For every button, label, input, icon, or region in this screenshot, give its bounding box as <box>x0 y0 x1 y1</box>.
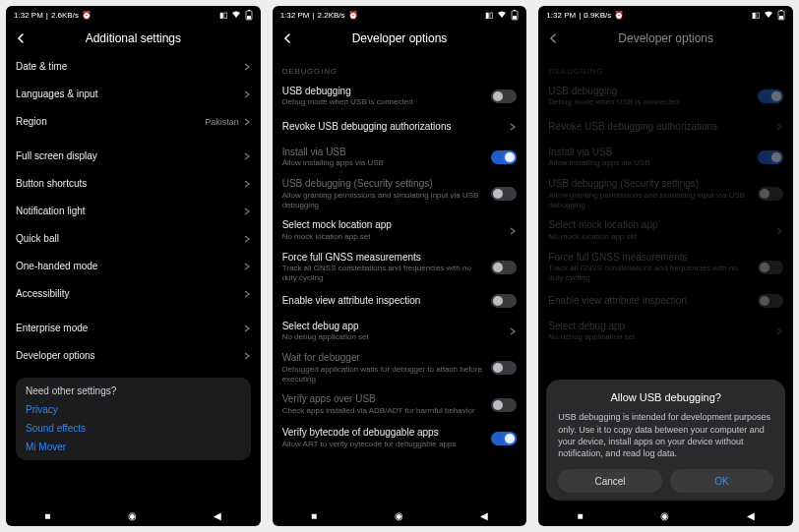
nav-back-icon[interactable]: ◀ <box>214 510 221 521</box>
label: Select debug app <box>548 321 769 333</box>
toggle-verify-bytecode[interactable] <box>491 432 517 445</box>
nav-back-icon[interactable]: ◀ <box>747 510 755 521</box>
toggle-usb-security[interactable] <box>491 187 517 201</box>
label: Select debug app <box>282 321 504 333</box>
back-button[interactable] <box>273 24 302 53</box>
signal-icon: ▮▯ <box>752 11 760 20</box>
row-date-time[interactable]: Date & time <box>16 53 251 81</box>
row-install-usb: Install via USB Allow installing apps vi… <box>548 141 783 174</box>
row-install-usb[interactable]: Install via USB Allow installing apps vi… <box>282 141 518 174</box>
label: Force full GNSS measurements <box>548 252 752 265</box>
chevron-right-icon <box>243 207 251 215</box>
row-region[interactable]: Region Pakistan <box>16 108 251 136</box>
status-time: 1:32 PM <box>14 11 43 20</box>
signal-icon: ▮▯ <box>219 11 227 20</box>
row-debug-app[interactable]: Select debug app No debug application se… <box>282 315 518 348</box>
chevron-right-icon <box>243 152 251 160</box>
nav-recents-icon[interactable]: ■ <box>311 510 317 521</box>
row-languages[interactable]: Languages & input <box>16 81 251 108</box>
back-button[interactable] <box>6 24 35 53</box>
nav-recents-icon[interactable]: ■ <box>578 510 584 521</box>
sublabel: Track all GNSS constellations and freque… <box>282 264 486 283</box>
toggle-install-usb[interactable] <box>491 150 517 164</box>
ok-button[interactable]: OK <box>670 469 773 493</box>
label: Quick ball <box>16 233 237 246</box>
label: Enterprise mode <box>16 323 237 335</box>
sublabel: Allow granting permissions and simulatin… <box>282 191 486 210</box>
nav-home-icon[interactable]: ◉ <box>660 510 669 521</box>
svg-rect-7 <box>779 16 783 20</box>
suggestion-sound[interactable]: Sound effects <box>26 419 241 438</box>
status-net: 0.9KB/s <box>584 11 611 20</box>
label: One-handed mode <box>16 261 237 273</box>
chevron-right-icon <box>243 352 251 360</box>
row-accessibility[interactable]: Accessibility <box>16 280 251 308</box>
row-developer-options[interactable]: Developer options <box>16 342 251 370</box>
row-revoke-auth[interactable]: Revoke USB debugging authorizations <box>282 113 518 141</box>
row-gnss[interactable]: Force full GNSS measurements Track all G… <box>282 248 518 288</box>
row-view-attr[interactable]: Enable view attribute inspection <box>282 287 518 315</box>
page-title: Developer options <box>538 31 793 45</box>
row-usb-security: USB debugging (Security settings) Allow … <box>548 174 783 214</box>
cancel-button[interactable]: Cancel <box>558 469 661 493</box>
label: Button shortcuts <box>16 178 237 191</box>
toggle-verify-usb <box>491 398 517 412</box>
svg-rect-2 <box>248 10 250 11</box>
row-quick-ball[interactable]: Quick ball <box>16 225 251 253</box>
label: Developer options <box>16 350 237 363</box>
row-verify-bytecode[interactable]: Verify bytecode of debuggable apps Allow… <box>282 422 518 455</box>
nav-recents-icon[interactable]: ■ <box>44 510 50 521</box>
chevron-right-icon <box>243 325 251 332</box>
signal-icon: ▮▯ <box>485 11 493 20</box>
status-bar: 1:32 PM | 0.9KB/s ⏰ ▮▯ <box>538 6 793 24</box>
toggle-gnss[interactable] <box>491 261 517 274</box>
suggestion-title: Need other settings? <box>26 385 241 396</box>
svg-rect-1 <box>247 16 251 20</box>
wifi-icon <box>231 11 241 19</box>
alarm-icon: ⏰ <box>82 11 92 20</box>
row-mock-location[interactable]: Select mock location app No mock locatio… <box>282 214 518 248</box>
nav-back-icon[interactable]: ◀ <box>480 510 488 521</box>
row-button-shortcuts[interactable]: Button shortcuts <box>16 170 251 198</box>
label: Revoke USB debugging authorizations <box>282 121 504 134</box>
row-usb-security[interactable]: USB debugging (Security settings) Allow … <box>282 174 518 214</box>
row-gnss: Force full GNSS measurements Track all G… <box>548 248 783 288</box>
sublabel: Allow installing apps via USB <box>282 158 486 168</box>
back-button <box>538 24 568 53</box>
row-usb-debugging[interactable]: USB debugging Debug mode when USB is con… <box>282 80 518 113</box>
label: Install via USB <box>548 147 752 159</box>
label: Languages & input <box>16 89 237 101</box>
alarm-icon: ⏰ <box>614 11 624 20</box>
nav-home-icon[interactable]: ◉ <box>128 510 137 521</box>
alarm-icon: ⏰ <box>348 11 358 20</box>
row-view-attr: Enable view attribute inspection <box>548 287 783 315</box>
sublabel: No mock location app set <box>282 232 504 242</box>
label: Notification light <box>16 206 237 218</box>
toggle-view-attr <box>758 294 783 308</box>
battery-icon <box>245 10 253 21</box>
sublabel: Allow ART to verify bytecode for debugga… <box>282 440 486 449</box>
toggle-view-attr[interactable] <box>491 294 517 308</box>
nav-home-icon[interactable]: ◉ <box>395 510 403 521</box>
row-notification-light[interactable]: Notification light <box>16 198 251 225</box>
row-fullscreen[interactable]: Full screen display <box>16 143 251 170</box>
status-time: 1:32 PM <box>280 11 310 20</box>
row-enterprise[interactable]: Enterprise mode <box>16 315 251 342</box>
chevron-right-icon <box>243 235 251 243</box>
status-bar: 1:32 PM | 2.6KB/s ⏰ ▮▯ <box>6 6 261 24</box>
row-verify-usb: Verify apps over USB Check apps installe… <box>282 388 518 422</box>
header: Developer options <box>538 24 793 53</box>
nav-bar: ■ ◉ ◀ <box>273 504 527 526</box>
label: Wait for debugger <box>282 352 486 365</box>
label: USB debugging (Security settings) <box>282 178 486 191</box>
row-usb-debugging: USB debugging Debug mode when USB is con… <box>548 80 783 113</box>
toggle-usb-debugging[interactable] <box>491 89 517 103</box>
usb-debugging-dialog: Allow USB debugging? USB debugging is in… <box>546 380 785 501</box>
suggestion-privacy[interactable]: Privacy <box>26 400 241 419</box>
chevron-right-icon <box>243 290 251 298</box>
row-one-handed[interactable]: One-handed mode <box>16 253 251 280</box>
row-wait-debugger: Wait for debugger Debugged application w… <box>282 348 518 388</box>
label: Install via USB <box>282 147 486 159</box>
suggestion-mi-mover[interactable]: Mi Mover <box>26 438 241 456</box>
label: Select mock location app <box>548 219 769 232</box>
